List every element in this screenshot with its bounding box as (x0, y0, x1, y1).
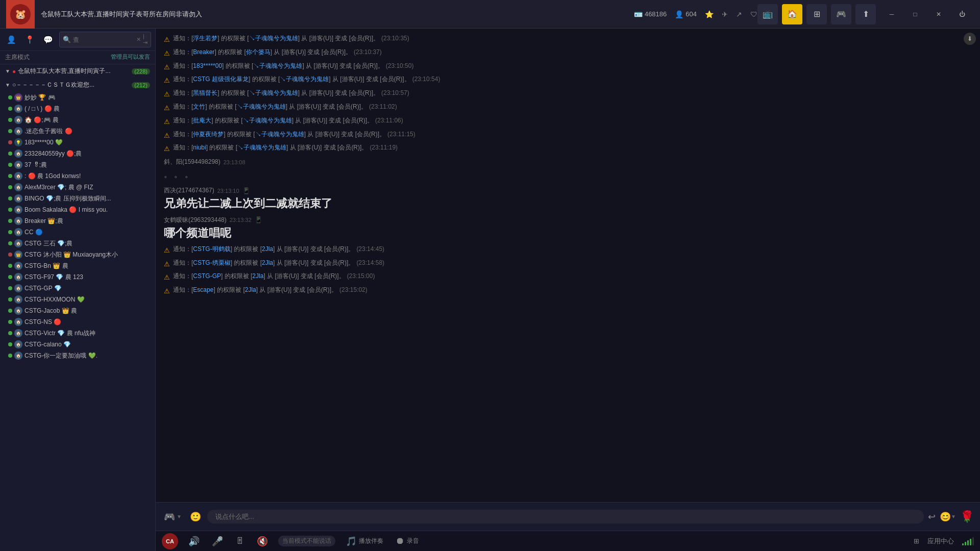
section-header-main[interactable]: ▼ ● 仓鼠特工队大本营,直播时间寅子... (228) (3, 65, 152, 77)
mic-bottom-btn[interactable]: 🎤 (210, 534, 225, 549)
list-item[interactable]: 🏠 2332840559yy 🔴;農 (0, 148, 155, 159)
mute-btn[interactable]: 🔇 (255, 534, 270, 549)
search-box[interactable]: 🔍 ✕ |⇥ (59, 32, 151, 47)
user-icon-btn[interactable]: 👤 (4, 33, 18, 47)
list-item[interactable]: 🏠 CSTG-HXXMOON 💚 (0, 294, 155, 305)
notice-user1-link[interactable]: 文竹 (193, 103, 205, 110)
list-item[interactable]: 🏠 CSTG-Victr 💎 農 nfu战神 (0, 328, 155, 339)
list-item[interactable]: 🏠 37 🎖;農 (0, 159, 155, 170)
grid-btn[interactable]: ⊞ (806, 4, 827, 24)
notice-user2-link[interactable]: ↘子魂魄兮为鬼雄 (249, 35, 298, 42)
app-center-btn[interactable]: 应用中心 (927, 537, 954, 546)
shield-icon[interactable]: 🛡 (750, 10, 757, 18)
list-item[interactable]: 🏠 CSTG-F97 💎 農 123 (0, 271, 155, 283)
list-item[interactable]: 🏠 ( / □ \ ) 🔴 農 (0, 103, 155, 114)
list-item[interactable]: 🏠 .迷恋鱼子酱啦 🔴 (0, 126, 155, 137)
search-clear-btn[interactable]: ✕ (136, 36, 141, 43)
list-item[interactable]: 🏠 AlexM3rcer 💎; 農 @ FIZ (0, 182, 155, 193)
share-icon[interactable]: ↗ (736, 10, 742, 18)
notice-icon: ⚠ (164, 89, 170, 100)
plane-icon[interactable]: ✈ (722, 10, 728, 18)
notice-user1-link[interactable]: niubi (193, 144, 206, 151)
home-btn[interactable]: 🏠 (782, 4, 802, 24)
power-btn[interactable]: ⏻ (950, 6, 974, 22)
list-item[interactable]: 🏠 CSTG-Bn 👑 農 (0, 260, 155, 271)
star-icon[interactable]: ⭐ (705, 10, 714, 18)
notice-user2-link[interactable]: 你个篓马 (246, 48, 271, 56)
user-name: ( / □ \ ) 🔴 農 (24, 105, 60, 113)
list-item[interactable]: 💡 183*****00 💚 (0, 137, 155, 148)
search-expand-icon[interactable]: |⇥ (143, 33, 148, 46)
scroll-to-bottom-btn[interactable]: ⬇ (964, 33, 976, 45)
notice-user2-link[interactable]: ↘子魂魄兮为鬼雄 (237, 144, 286, 151)
chat-input[interactable] (207, 510, 924, 523)
list-item[interactable]: 🏠 CSTG-GP 💎 (0, 283, 155, 294)
grid-view-btn[interactable]: ⊞ (914, 537, 919, 545)
notice-user2-link[interactable]: 2Jla (252, 272, 263, 280)
notice-user1-link[interactable]: Escape (193, 286, 213, 293)
notice-text: 通知：[批庵大] 的权限被 [↘子魂魄兮为鬼雄] 从 [游客(U)] 变成 [会… (173, 116, 972, 126)
list-item[interactable]: 🏠 CSTG 三石 💎;農 (0, 238, 155, 249)
maximize-btn[interactable]: □ (903, 6, 927, 22)
list-item[interactable]: 🏠 CC 🔵 (0, 227, 155, 238)
list-item[interactable]: 🏠 : 🔴 農 1God konws! (0, 170, 155, 182)
list-item[interactable]: 👑 CSTG 沐小阳 👑 Muxiaoyang木小 (0, 249, 155, 260)
user-name: : 🔴 農 1God konws! (24, 172, 81, 181)
notice-icon: ⚠ (164, 245, 170, 256)
user-avatar-bottom[interactable]: CA (162, 533, 178, 549)
record-btn[interactable]: ⏺ 录音 (394, 534, 421, 548)
notice-user1-link[interactable]: 浮生若梦 (193, 35, 217, 42)
music-btn[interactable]: 🎵 播放伴奏 (344, 534, 385, 549)
notice-user2-link[interactable]: ↘子魂魄兮为鬼雄 (243, 117, 292, 124)
emoji-btn[interactable]: 😊 ▼ (940, 511, 956, 522)
notice-user1-link[interactable]: Breaker (193, 48, 214, 56)
mic-btn[interactable]: 🌹 (960, 510, 974, 523)
list-item[interactable]: 🏠 Boom Sakalaka 🔴 I miss you. (0, 204, 155, 215)
notice-time: (23:10:54) (412, 76, 440, 83)
video-btn[interactable]: 📺 (757, 4, 778, 24)
notice-user2-link[interactable]: ↘子魂魄兮为鬼雄 (249, 89, 298, 96)
section-header-cstg[interactable]: ▼ ○－－－－－ＣＳＴＧ欢迎您... (212) (3, 79, 152, 91)
notice-text: 通知：[文竹] 的权限被 [↘子魂魄兮为鬼雄] 从 [游客(U)] 变成 [会员… (173, 102, 972, 112)
minimize-btn[interactable]: ─ (880, 6, 903, 22)
notice-user2-link[interactable]: ↘子魂魄兮为鬼雄 (280, 76, 329, 83)
location-icon-btn[interactable]: 📍 (22, 33, 37, 47)
notice-user1-link[interactable]: 批庵大 (193, 117, 211, 124)
notice-user2-link[interactable]: ↘子魂魄兮为鬼雄 (237, 103, 286, 110)
notice-user2-link[interactable]: ↘子魂魄兮为鬼雄 (255, 131, 304, 138)
speaker-btn[interactable]: 🔊 (186, 534, 202, 549)
notice-user2-link[interactable]: 2Jla (262, 259, 273, 266)
list-item[interactable]: 🏠 CSTG-NS 🔴 (0, 316, 155, 328)
list-item[interactable]: 🏠 CSTG-Jacob 👑 農 (0, 305, 155, 316)
list-item[interactable]: 🏠 Breaker 👑;農 (0, 215, 155, 227)
chat-icon-btn[interactable]: 💬 (41, 33, 55, 47)
notice-user1-link[interactable]: 黑猫督长 (193, 89, 217, 96)
game-controller-btn[interactable]: 🎮 ▼ (162, 509, 184, 524)
search-input[interactable] (73, 36, 134, 43)
user-status-dot (8, 230, 12, 234)
notice-user2-link[interactable]: ↘子魂魄兮为鬼雄 (253, 62, 302, 69)
list-item[interactable]: 🏠 🏠 🔴;🎮 農 (0, 114, 155, 126)
list-item[interactable]: 🏠 CSTG-calano 💎 (0, 339, 155, 350)
chat-messages[interactable]: ⚠ 通知：[浮生若梦] 的权限被 [↘子魂魄兮为鬼雄] 从 [游客(U)] 变成… (156, 29, 980, 502)
notice-user1-link[interactable]: CSTG-GP (193, 272, 221, 280)
list-item[interactable]: 🏠 CSTG-你一定要加油哦 💚. (0, 350, 155, 361)
notice-user1-link[interactable]: CSTG-绣栗椒 (193, 259, 230, 266)
emoji-face-btn[interactable]: 🙂 (188, 509, 203, 524)
list-item[interactable]: 👑 妙妙 🏆 🎮 (0, 92, 155, 103)
download-btn[interactable]: ⬆ (855, 4, 876, 24)
sidebar-user-list[interactable]: ▼ ● 仓鼠特工队大本营,直播时间寅子... (228) ▼ ○－－－－－ＣＳＴ… (0, 64, 155, 551)
game-btn[interactable]: 🎮 (831, 4, 851, 24)
notice-user2-link[interactable]: 2Jla (262, 245, 273, 253)
msg-icon[interactable]: 📱 (242, 187, 250, 194)
notice-user1-link[interactable]: 183*****00 (193, 62, 222, 69)
list-item[interactable]: 🏠 BINGO 💎;農 压抑到极致瞬间... (0, 193, 155, 204)
notice-user1-link[interactable]: CSTG 超级强化暴龙 (193, 76, 249, 83)
notice-user1-link[interactable]: 仲夏夜绮梦 (193, 131, 224, 138)
send-enter-icon[interactable]: ↩ (928, 511, 936, 522)
msg-icon[interactable]: 📱 (255, 216, 262, 223)
close-btn[interactable]: ✕ (927, 6, 950, 22)
notice-user1-link[interactable]: CSTG-明鹤载 (193, 245, 230, 253)
notice-user2-link[interactable]: 2Jla (245, 286, 256, 293)
settings-btn[interactable]: 🎚 (233, 534, 247, 548)
